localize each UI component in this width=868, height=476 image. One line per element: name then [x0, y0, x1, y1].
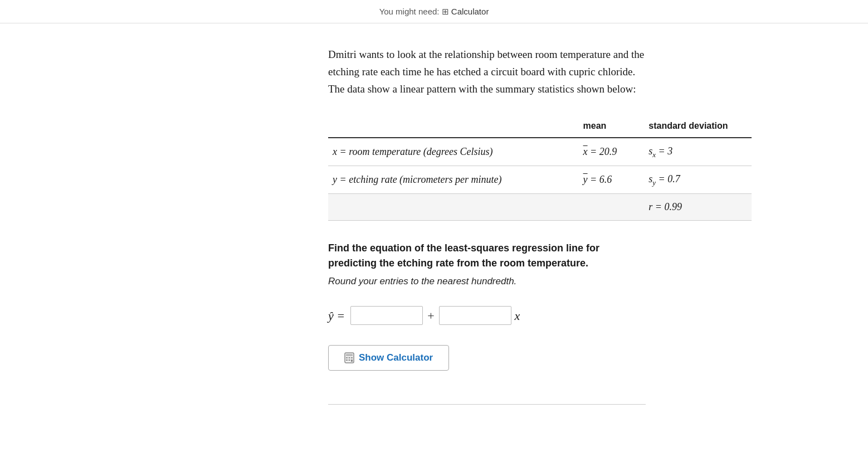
table-cell-sd-x: sx = 3 — [644, 138, 752, 166]
svg-rect-6 — [349, 360, 350, 361]
table-header-mean: mean — [579, 116, 645, 138]
page-container: You might need: ⊞ Calculator Dmitri want… — [0, 0, 868, 438]
intercept-input[interactable] — [350, 306, 423, 325]
svg-rect-5 — [346, 360, 348, 361]
plus-sign: + — [426, 307, 435, 325]
table-cell-mean-y: y = 6.6 — [579, 166, 645, 193]
table-header-col1 — [328, 116, 579, 138]
table-cell-variable-y: y = etching rate (micrometers per minute… — [328, 166, 579, 193]
table-header-sd: standard deviation — [644, 116, 752, 138]
table-row: r = 0.99 — [328, 193, 752, 220]
table-cell-empty — [328, 193, 579, 220]
calculator-link[interactable]: Calculator — [451, 6, 489, 18]
table-row: x = room temperature (degrees Celsius) x… — [328, 138, 752, 166]
table-cell-variable-x: x = room temperature (degrees Celsius) — [328, 138, 579, 166]
svg-rect-2 — [346, 357, 348, 358]
question-italic: Round your entries to the nearest hundre… — [328, 274, 646, 289]
table-cell-r: r = 0.99 — [644, 193, 752, 220]
svg-rect-1 — [346, 354, 353, 356]
svg-rect-7 — [351, 360, 353, 362]
svg-rect-3 — [349, 357, 350, 358]
svg-rect-4 — [351, 357, 353, 358]
show-calculator-button[interactable]: Show Calculator — [328, 345, 449, 371]
you-might-need-text: You might need: — [379, 7, 440, 16]
problem-text: Dmitri wants to look at the relationship… — [328, 46, 646, 98]
equation-row: ŷ = + x — [328, 306, 646, 325]
top-bar: You might need: ⊞ Calculator — [0, 0, 868, 23]
table-cell-empty2 — [579, 193, 645, 220]
y-hat-label: ŷ = — [328, 307, 345, 325]
table-row: y = etching rate (micrometers per minute… — [328, 166, 752, 193]
content-area: Dmitri wants to look at the relationship… — [206, 23, 662, 439]
calculator-icon — [344, 352, 354, 363]
bottom-divider — [328, 404, 646, 405]
question-bold: Find the equation of the least-squares r… — [328, 241, 646, 271]
x-variable-label: x — [515, 307, 520, 325]
stats-table: mean standard deviation x = room tempera… — [328, 116, 752, 221]
table-cell-mean-x: x = 20.9 — [579, 138, 645, 166]
show-calculator-label: Show Calculator — [359, 352, 433, 363]
calculator-label: Calculator — [451, 6, 489, 18]
slope-input[interactable] — [439, 306, 511, 325]
table-cell-sd-y: sy = 0.7 — [644, 166, 752, 193]
